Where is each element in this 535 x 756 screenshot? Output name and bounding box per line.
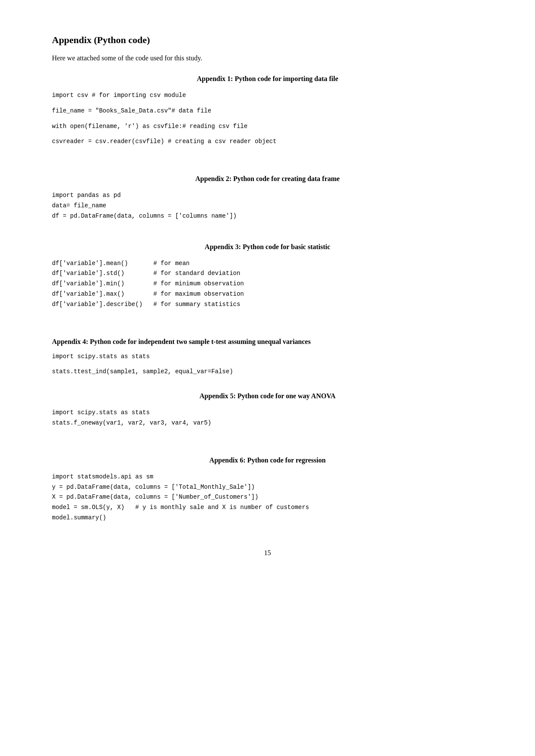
appendix1-code: import csv # for importing csv modulefil… bbox=[52, 91, 483, 147]
main-title: Appendix (Python code) bbox=[52, 34, 483, 46]
code-line: import scipy.stats as stats bbox=[52, 408, 483, 418]
appendix6-section: Appendix 6: Python code for regression i… bbox=[52, 456, 483, 523]
appendix1-section: Appendix 1: Python code for importing da… bbox=[52, 75, 483, 147]
code-line: csvreader = csv.reader(csvfile) # creati… bbox=[52, 137, 483, 147]
code-line: stats.f_oneway(var1, var2, var3, var4, v… bbox=[52, 418, 483, 428]
appendix1-title: Appendix 1: Python code for importing da… bbox=[52, 75, 483, 83]
code-line: df['variable'].std() # for standard devi… bbox=[52, 269, 483, 279]
code-line: df['variable'].max() # for maximum obser… bbox=[52, 289, 483, 300]
code-line: import statsmodels.api as sm bbox=[52, 472, 483, 482]
code-line: df['variable'].min() # for minimum obser… bbox=[52, 279, 483, 289]
appendix5-code: import scipy.stats as statsstats.f_onewa… bbox=[52, 408, 483, 428]
code-line: import pandas as pd bbox=[52, 191, 483, 201]
appendix3-title: Appendix 3: Python code for basic statis… bbox=[52, 243, 483, 251]
page-container: Appendix (Python code) Here we attached … bbox=[52, 34, 483, 557]
code-line: model.summary() bbox=[52, 513, 483, 523]
appendix3-section: Appendix 3: Python code for basic statis… bbox=[52, 243, 483, 310]
code-line: import csv # for importing csv module bbox=[52, 91, 483, 101]
appendix2-code: import pandas as pddata= file_namedf = p… bbox=[52, 191, 483, 221]
intro-text: Here we attached some of the code used f… bbox=[52, 54, 483, 62]
appendix3-code: df['variable'].mean() # for meandf['vari… bbox=[52, 259, 483, 310]
code-line: stats.ttest_ind(sample1, sample2, equal_… bbox=[52, 367, 483, 377]
page-number: 15 bbox=[52, 549, 483, 557]
code-line: data= file_name bbox=[52, 201, 483, 211]
code-line: df = pd.DataFrame(data, columns = ['colu… bbox=[52, 211, 483, 222]
appendix5-title: Appendix 5: Python code for one way ANOV… bbox=[52, 392, 483, 400]
code-line: model = sm.OLS(y, X) # y is monthly sale… bbox=[52, 503, 483, 513]
code-line: import scipy.stats as stats bbox=[52, 352, 483, 362]
code-line: file_name = "Books_Sale_Data.csv"# data … bbox=[52, 106, 483, 116]
code-line: df['variable'].describe() # for summary … bbox=[52, 300, 483, 310]
appendix6-title: Appendix 6: Python code for regression bbox=[52, 456, 483, 464]
code-line: df['variable'].mean() # for mean bbox=[52, 259, 483, 269]
appendix4-section: Appendix 4: Python code for independent … bbox=[52, 338, 483, 378]
code-line: with open(filename, 'r') as csvfile:# re… bbox=[52, 122, 483, 132]
code-line: X = pd.DataFrame(data, columns = ['Numbe… bbox=[52, 492, 483, 503]
appendix6-code: import statsmodels.api as smy = pd.DataF… bbox=[52, 472, 483, 523]
appendix4-title: Appendix 4: Python code for independent … bbox=[52, 338, 483, 346]
code-line: y = pd.DataFrame(data, columns = ['Total… bbox=[52, 482, 483, 493]
appendix5-section: Appendix 5: Python code for one way ANOV… bbox=[52, 392, 483, 428]
appendix2-section: Appendix 2: Python code for creating dat… bbox=[52, 175, 483, 221]
appendix4-code: import scipy.stats as statsstats.ttest_i… bbox=[52, 352, 483, 378]
appendix2-title: Appendix 2: Python code for creating dat… bbox=[52, 175, 483, 183]
